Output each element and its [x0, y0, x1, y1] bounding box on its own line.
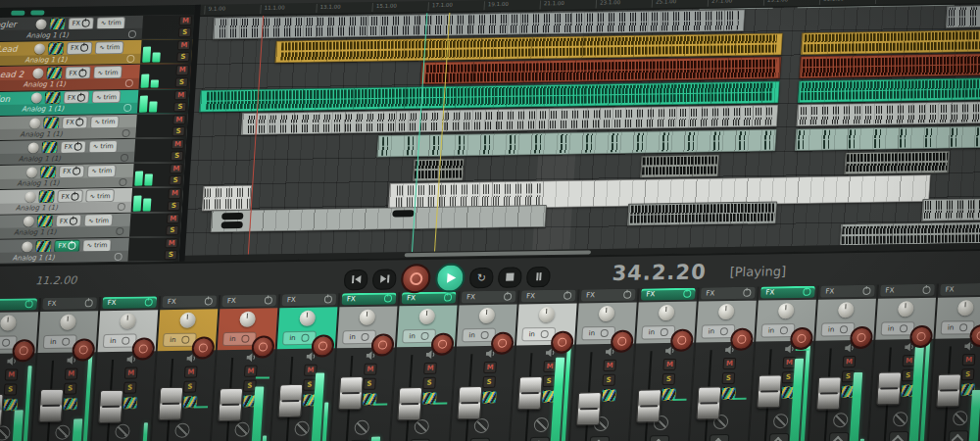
mixer-strip[interactable]: FX in M S — [568, 287, 638, 441]
mute-button[interactable]: M — [603, 360, 616, 371]
stop-button[interactable] — [498, 267, 522, 287]
route-button[interactable] — [589, 436, 610, 441]
volume-knob[interactable] — [22, 241, 33, 252]
mixer-strip[interactable]: FX in M S — [748, 284, 817, 441]
mute-button[interactable]: M — [165, 238, 178, 248]
mute-button[interactable]: M — [177, 40, 191, 50]
pan-knob[interactable] — [299, 311, 316, 326]
routing-stripes-button[interactable] — [49, 18, 66, 30]
mute-button[interactable]: M — [167, 214, 180, 223]
volume-knob[interactable] — [24, 217, 35, 227]
mute-button[interactable]: M — [244, 366, 258, 377]
volume-knob[interactable] — [26, 167, 38, 177]
audio-clip[interactable] — [210, 205, 547, 232]
mute-button[interactable]: M — [483, 362, 497, 373]
solo-button[interactable]: S — [166, 225, 179, 235]
fader-handle[interactable] — [338, 376, 364, 410]
solo-button[interactable]: S — [175, 76, 189, 86]
fader-handle[interactable] — [158, 387, 183, 420]
trim-button[interactable]: ∿trim — [89, 140, 119, 153]
mixer-strip[interactable]: FX in M S — [388, 289, 458, 441]
solo-button[interactable]: S — [123, 381, 137, 393]
volume-knob[interactable] — [32, 68, 44, 78]
trim-button[interactable]: ∿trim — [87, 165, 117, 177]
routing-stripes-button[interactable] — [48, 42, 65, 55]
strip-fx-button[interactable]: FX — [42, 297, 97, 310]
audio-clip[interactable] — [627, 201, 778, 225]
mute-button[interactable]: M — [364, 364, 377, 375]
route-button[interactable] — [949, 430, 969, 441]
routing-stripes-button[interactable] — [481, 391, 497, 404]
fader-handle[interactable] — [876, 372, 902, 406]
phase-button[interactable] — [533, 417, 549, 432]
fader-handle[interactable] — [397, 387, 422, 420]
audio-clip[interactable] — [420, 57, 782, 85]
strip-fx-button[interactable]: FX — [940, 283, 980, 296]
trim-button[interactable]: ∿trim — [82, 239, 112, 252]
go-to-end-button[interactable] — [372, 269, 397, 289]
mute-button[interactable]: M — [843, 356, 857, 368]
trim-button[interactable]: ∿trim — [85, 189, 115, 202]
routing-stripes-button[interactable] — [122, 396, 138, 409]
pan-knob[interactable] — [718, 304, 735, 319]
strip-fx-button[interactable]: FX — [342, 292, 397, 305]
fader-handle[interactable] — [757, 374, 782, 408]
strip-fx-button[interactable]: FX — [820, 285, 875, 298]
go-to-start-button[interactable] — [344, 269, 368, 289]
trim-button[interactable]: ∿trim — [92, 90, 122, 103]
mixer-strip[interactable]: FX in M S — [89, 294, 159, 441]
audio-clip[interactable] — [844, 150, 951, 174]
fader-handle[interactable] — [576, 392, 602, 425]
fader-handle[interactable] — [277, 383, 303, 416]
route-button[interactable] — [709, 434, 729, 441]
fx-button[interactable]: FX — [60, 140, 86, 153]
phase-button[interactable] — [833, 413, 849, 427]
phase-button[interactable] — [953, 411, 968, 425]
mixer-strip[interactable]: FX in M S — [688, 285, 758, 441]
mixer-strip[interactable]: FX in M S — [209, 292, 278, 441]
strip-fx-button[interactable]: FX — [282, 293, 337, 306]
volume-knob[interactable] — [24, 191, 36, 202]
strip-fx-button[interactable]: FX — [0, 298, 37, 311]
audio-clip[interactable] — [945, 5, 980, 28]
routing-stripes-button[interactable] — [40, 166, 57, 178]
pan-knob[interactable] — [898, 301, 914, 317]
route-button[interactable] — [768, 433, 789, 441]
pan-knob[interactable] — [538, 307, 555, 322]
audio-clip[interactable] — [640, 154, 720, 177]
pan-knob[interactable] — [957, 300, 974, 316]
solo-button[interactable]: S — [169, 175, 182, 185]
volume-knob[interactable] — [35, 19, 47, 29]
repeat-button[interactable]: ↻ — [469, 267, 494, 287]
pan-knob[interactable] — [599, 306, 615, 321]
volume-knob[interactable] — [27, 142, 39, 153]
pan-knob[interactable] — [60, 315, 76, 330]
record-button[interactable] — [400, 264, 431, 293]
mute-button[interactable]: M — [168, 188, 181, 198]
mute-button[interactable]: M — [662, 359, 676, 370]
phase-button[interactable] — [174, 423, 190, 438]
audio-clip[interactable] — [799, 53, 980, 78]
fader-handle[interactable] — [218, 388, 243, 421]
mixer-strip[interactable]: FX in M S — [149, 293, 219, 441]
routing-stripes-button[interactable] — [43, 117, 60, 129]
strip-fx-button[interactable]: FX — [701, 287, 756, 300]
fader-handle[interactable] — [936, 373, 961, 407]
mute-button[interactable]: M — [172, 115, 186, 124]
mute-button[interactable]: M — [962, 354, 976, 366]
volume-knob[interactable] — [29, 118, 41, 128]
solo-button[interactable]: S — [183, 381, 197, 393]
mute-button[interactable]: M — [175, 65, 189, 74]
routing-stripes-button[interactable] — [38, 190, 55, 203]
toolbar-icon[interactable] — [30, 10, 44, 15]
route-button[interactable] — [649, 435, 669, 441]
fx-button[interactable]: FX — [62, 116, 88, 128]
trim-button[interactable]: ∿trim — [84, 214, 114, 226]
arrange-view[interactable] — [179, 2, 980, 256]
routing-stripes-button[interactable] — [35, 240, 52, 253]
mixer-strip[interactable]: FX in M S — [808, 283, 877, 441]
mixer-strip[interactable]: FX in M S — [328, 290, 398, 441]
solo-button[interactable]: S — [172, 126, 185, 136]
strip-fx-button[interactable]: FX — [521, 290, 576, 303]
audio-clip[interactable] — [801, 28, 980, 54]
